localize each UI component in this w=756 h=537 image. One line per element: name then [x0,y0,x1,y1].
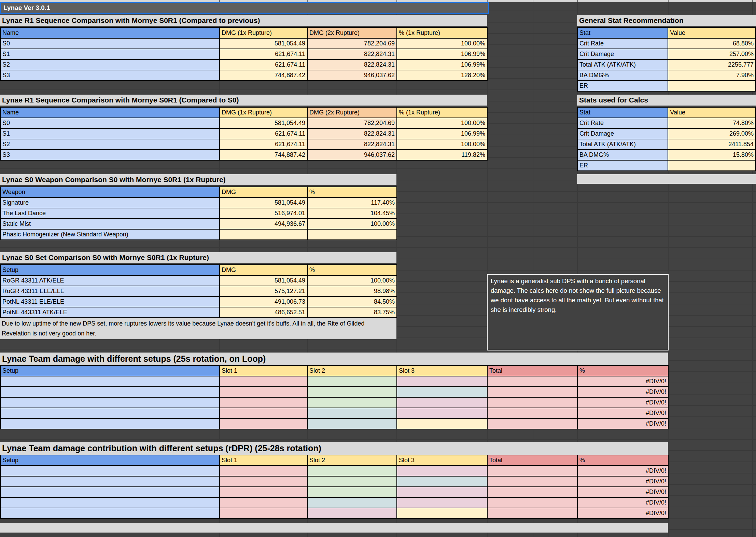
cell[interactable]: 98.98% [307,286,397,297]
cell[interactable]: 491,006.73 [220,297,307,307]
row-label[interactable]: BA DMG% [577,150,668,160]
row-label[interactable]: S1 [0,128,220,139]
cell[interactable]: 581,054.49 [220,118,307,128]
cell[interactable]: 621,674.11 [220,59,307,70]
column-header[interactable]: DMG [220,265,307,275]
cell[interactable] [487,387,577,397]
cell[interactable]: 100.00% [397,118,487,128]
row-label[interactable]: S0 [0,118,220,128]
row-label[interactable]: Signature [0,197,220,208]
cell[interactable] [397,487,487,497]
error-cell[interactable]: #DIV/0! [577,408,668,418]
column-header[interactable]: % [577,455,668,466]
column-header[interactable]: Value [668,107,756,118]
column-header[interactable]: % (1x Rupture) [397,28,487,38]
row-label[interactable]: S2 [0,59,220,70]
row-label[interactable]: RoGR 43311 ELE/ELE [0,286,220,297]
cell[interactable] [220,508,307,519]
cell[interactable]: 2255.777 [668,59,756,70]
cell[interactable]: 269.00% [668,128,756,139]
cell[interactable]: 946,037.62 [307,150,397,160]
cell[interactable] [0,376,220,387]
table-title[interactable]: Lynae S0 Set Comparison S0 with Mornye S… [0,252,396,263]
column-header[interactable]: % (1x Rupture) [397,107,487,118]
cell[interactable] [307,376,397,387]
column-header[interactable]: Total [487,455,577,466]
cell[interactable]: 100.00% [307,219,397,229]
cell[interactable] [397,418,487,429]
cell[interactable] [307,229,397,240]
column-header[interactable]: DMG (2x Rupture) [307,107,397,118]
cell[interactable] [0,466,220,476]
row-label[interactable]: S1 [0,49,220,59]
cell[interactable] [307,418,397,429]
cell[interactable] [0,397,220,408]
column-header[interactable]: DMG (1x Rupture) [220,107,307,118]
cell[interactable]: 744,887.42 [220,70,307,81]
cell[interactable]: 822,824.31 [307,49,397,59]
cell[interactable] [220,466,307,476]
row-label[interactable]: S2 [0,139,220,150]
cell[interactable] [0,508,220,519]
cell[interactable] [0,497,220,508]
cell[interactable] [397,387,487,397]
cell[interactable]: 621,674.11 [220,49,307,59]
empty-footer-row[interactable] [0,523,668,533]
column-header[interactable]: Setup [0,265,220,275]
cell[interactable] [307,397,397,408]
column-header[interactable]: Slot 2 [307,366,397,376]
cell[interactable]: 486,652.51 [220,307,307,318]
table-title[interactable]: Lynae R1 Sequence Comparison with Mornye… [0,95,487,106]
cell[interactable] [220,497,307,508]
cell[interactable] [307,387,397,397]
cell[interactable]: 74.80% [668,118,756,128]
column-header[interactable]: Weapon [0,187,220,197]
cell[interactable] [220,418,307,429]
cell[interactable]: 581,054.49 [220,197,307,208]
cell[interactable] [220,376,307,387]
cell[interactable]: 83.75% [307,307,397,318]
cell[interactable]: 100.00% [397,139,487,150]
row-label[interactable]: Total ATK (ATK/ATK) [577,59,668,70]
comment-text-box[interactable]: Lynae is a generalist sub DPS with a bun… [487,274,669,350]
row-label[interactable]: Static Mist [0,219,220,229]
cell[interactable]: 744,887.42 [220,150,307,160]
column-header[interactable]: % [307,187,397,197]
row-label[interactable]: RoGR 43311 ATK/ELE [0,275,220,286]
column-header[interactable]: Name [0,28,220,38]
cell[interactable]: 257.00% [668,49,756,59]
cell[interactable] [397,397,487,408]
panel-title[interactable]: General Stat Recommendation [577,15,756,26]
cell[interactable]: 128.20% [397,70,487,81]
cell[interactable] [397,497,487,508]
cell[interactable] [0,487,220,497]
cell[interactable] [220,387,307,397]
row-label[interactable]: ER [577,81,668,91]
error-cell[interactable]: #DIV/0! [577,497,668,508]
error-cell[interactable]: #DIV/0! [577,476,668,487]
cell[interactable] [397,408,487,418]
cell[interactable]: 581,054.49 [220,38,307,49]
column-header[interactable]: DMG (1x Rupture) [220,28,307,38]
column-header[interactable]: Stat [577,28,668,38]
row-label[interactable]: Phasic Homogenizer (New Standard Weapon) [0,229,220,240]
cell[interactable] [487,376,577,387]
cell[interactable]: 822,824.31 [307,139,397,150]
column-header[interactable]: DMG (2x Rupture) [307,28,397,38]
cell[interactable] [220,408,307,418]
error-cell[interactable]: #DIV/0! [577,508,668,519]
cell[interactable] [668,160,756,171]
cell[interactable] [220,229,307,240]
cell[interactable] [668,81,756,91]
cell[interactable]: 782,204.69 [307,38,397,49]
error-cell[interactable]: #DIV/0! [577,418,668,429]
row-label[interactable]: PotNL 443311 ATK/ELE [0,307,220,318]
column-header[interactable]: Name [0,107,220,118]
error-cell[interactable]: #DIV/0! [577,466,668,476]
cell[interactable]: 494,936.67 [220,219,307,229]
cell[interactable] [307,487,397,497]
cell[interactable] [307,476,397,487]
row-label[interactable]: Crit Damage [577,49,668,59]
cell[interactable] [307,497,397,508]
row-label[interactable]: Crit Damage [577,128,668,139]
